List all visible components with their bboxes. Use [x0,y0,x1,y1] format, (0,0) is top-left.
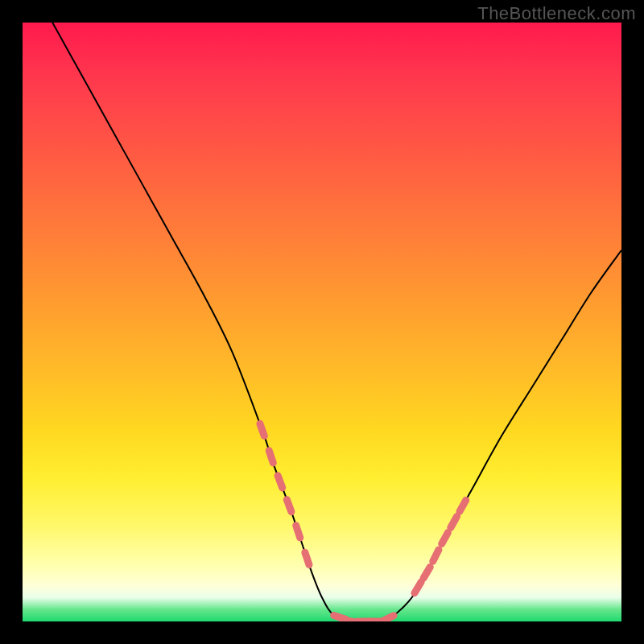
v-curve [52,23,621,621]
marker-dot [442,533,448,544]
marker-dot [287,500,291,512]
marker-dot [415,582,421,593]
curve-layer [23,23,621,621]
marker-dot [269,451,273,463]
marker-dot [433,550,439,561]
marker-dot [260,423,264,436]
marker-dot [305,552,309,564]
marker-dot [460,500,466,511]
curve-path [52,23,621,621]
watermark-text: TheBottleneck.com [477,3,636,24]
marker-dot [451,517,457,528]
marker-dot [278,476,283,488]
marker-dot [423,567,430,578]
marker-dots [260,423,466,621]
plot-area [23,23,621,621]
marker-dot [382,616,394,621]
chart-frame: TheBottleneck.com [0,0,644,644]
marker-dot [296,526,300,538]
